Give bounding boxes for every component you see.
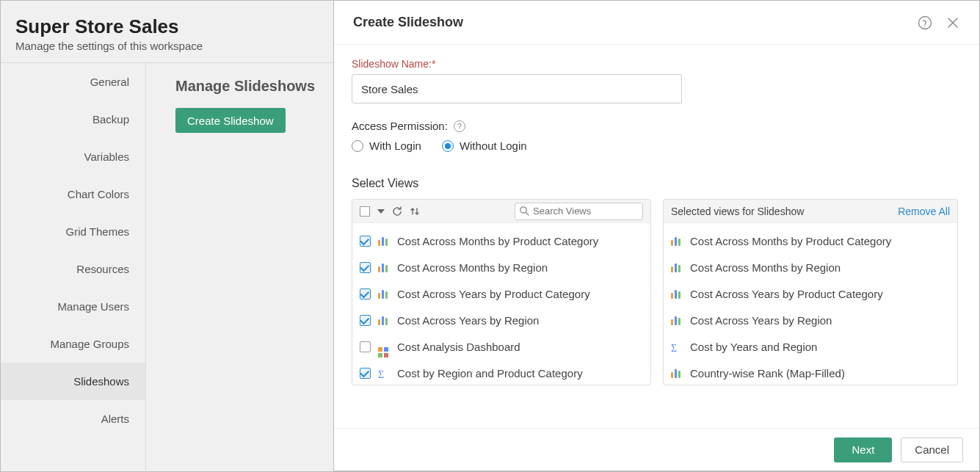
view-label: Country-wise Rank (Map-Filled) [690, 367, 845, 380]
available-view-row[interactable]: Cost Across Months by Region [352, 254, 650, 280]
selected-view-row[interactable]: Cost Across Years by Region [664, 307, 957, 333]
svg-point-0 [919, 16, 932, 29]
sort-icon[interactable] [410, 206, 420, 217]
refresh-icon[interactable] [392, 206, 402, 217]
create-slideshow-modal: Create Slideshow Slideshow Name:* Access… [333, 1, 979, 471]
without-login-radio[interactable]: Without Login [442, 139, 527, 152]
bar-chart-icon [671, 288, 683, 299]
help-icon[interactable] [918, 15, 932, 30]
view-label: Cost Across Months by Product Category [690, 235, 891, 247]
slideshow-name-label: Slideshow Name:* [352, 58, 962, 70]
help-icon[interactable]: ? [454, 120, 465, 132]
access-permission-label: Access Permission: [352, 120, 448, 132]
selected-views-heading: Selected views for Slideshow [671, 206, 804, 217]
bar-chart-icon [378, 288, 390, 299]
available-view-row[interactable]: Cost Across Months by Product Category [352, 228, 650, 254]
view-label: Cost Analysis Dashboard [397, 341, 520, 353]
available-view-row[interactable]: ΣCost by Region and Product Category [352, 360, 650, 385]
modal-footer: Next Cancel [334, 428, 979, 471]
available-view-row[interactable]: Cost Across Years by Product Category [352, 280, 650, 307]
sigma-icon: Σ [671, 341, 683, 352]
view-label: Cost Across Months by Product Category [397, 235, 598, 247]
view-checkbox[interactable] [360, 288, 371, 299]
available-view-row[interactable]: Cost Across Years by Region [352, 307, 650, 333]
view-checkbox[interactable] [360, 262, 371, 273]
selected-views-panel: Selected views for Slideshow Remove All … [663, 199, 958, 385]
view-label: Cost Across Years by Region [397, 314, 539, 327]
selected-view-row[interactable]: Cost Across Months by Product Category [664, 228, 957, 254]
sigma-icon: Σ [378, 368, 390, 378]
selected-view-row[interactable]: Cost Across Months by Region [664, 254, 957, 280]
search-views-input[interactable] [515, 203, 643, 220]
view-label: Cost Across Months by Region [397, 261, 548, 274]
bar-chart-icon [378, 236, 390, 246]
selected-view-row[interactable]: Country-wise Rank (Map-Filled) [664, 360, 957, 385]
bar-chart-icon [378, 262, 390, 272]
modal-title: Create Slideshow [353, 15, 463, 30]
available-views-panel: Cost Across Months by Product CategoryCo… [352, 199, 651, 385]
remove-all-link[interactable]: Remove All [898, 206, 950, 217]
view-label: Cost by Region and Product Category [397, 367, 583, 380]
view-checkbox[interactable] [360, 341, 371, 352]
dashboard-icon [378, 341, 390, 352]
bar-chart-icon [671, 236, 683, 246]
selected-view-row[interactable]: ΣCost by Years and Region [664, 333, 957, 360]
without-login-label: Without Login [460, 139, 527, 152]
search-icon [519, 206, 529, 219]
bar-chart-icon [671, 368, 683, 378]
modal-header: Create Slideshow [334, 1, 979, 45]
view-checkbox[interactable] [360, 315, 371, 326]
select-views-heading: Select Views [352, 177, 962, 190]
chevron-down-icon[interactable] [377, 208, 385, 215]
cancel-button[interactable]: Cancel [901, 437, 963, 462]
bar-chart-icon [671, 262, 683, 272]
available-view-row[interactable]: Cost Analysis Dashboard [352, 333, 650, 360]
svg-point-1 [924, 26, 925, 26]
selected-view-row[interactable]: Cost Across Years by Product Category [664, 280, 957, 307]
view-label: Cost Across Years by Product Category [690, 288, 883, 300]
view-label: Cost Across Years by Region [690, 314, 832, 327]
view-checkbox[interactable] [360, 236, 371, 247]
select-all-checkbox[interactable] [360, 206, 370, 217]
close-icon[interactable] [945, 15, 960, 30]
bar-chart-icon [378, 315, 390, 325]
view-checkbox[interactable] [360, 368, 371, 379]
slideshow-name-input[interactable] [352, 74, 682, 104]
with-login-radio[interactable]: With Login [352, 139, 421, 152]
next-button[interactable]: Next [834, 437, 892, 462]
view-label: Cost Across Years by Product Category [397, 288, 590, 300]
bar-chart-icon [671, 315, 683, 325]
view-label: Cost Across Months by Region [690, 261, 841, 274]
with-login-label: With Login [369, 139, 421, 152]
view-label: Cost by Years and Region [690, 341, 817, 353]
